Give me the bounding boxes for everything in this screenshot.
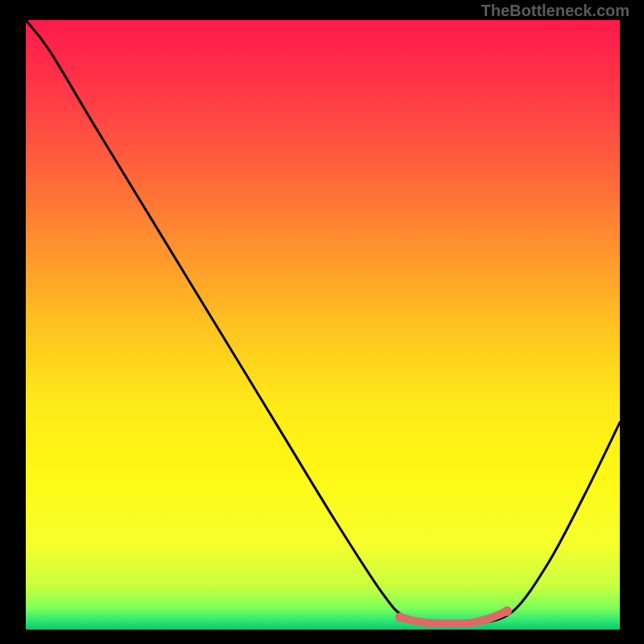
plot-background — [26, 20, 620, 630]
chart-svg — [0, 0, 644, 644]
chart-stage: TheBottleneck.com — [0, 0, 644, 644]
optimal-zone-endpoint — [502, 606, 512, 616]
optimal-zone-endpoint — [395, 613, 405, 622]
